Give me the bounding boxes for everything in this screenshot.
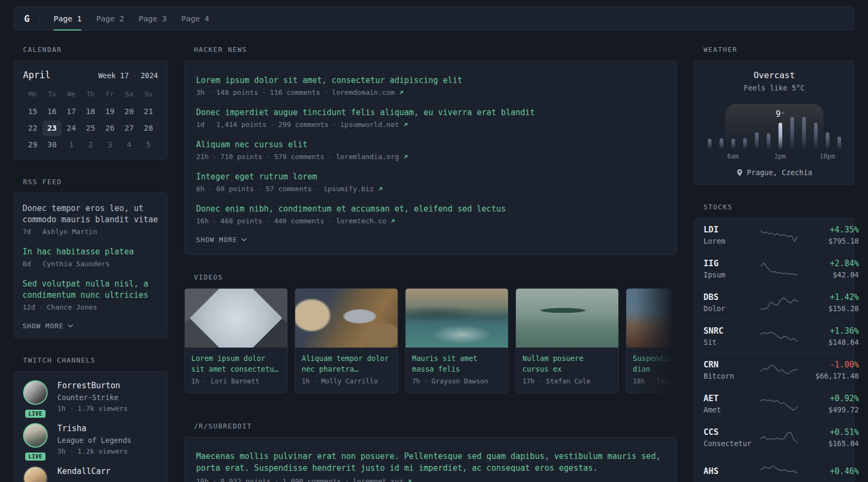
stock-change: +4.35% (799, 225, 859, 235)
weather-bar (708, 139, 712, 149)
separator-dot: · (262, 88, 266, 97)
video-title[interactable]: Aliquam tempor dolor nec pharetra… (302, 353, 391, 374)
separator-dot: · (212, 477, 216, 482)
calendar-week: Week 17 (98, 71, 129, 80)
tab-page-2[interactable]: Page 2 (96, 7, 124, 30)
stock-sparkline (759, 295, 799, 311)
video-card[interactable]: Lorem ipsum dolor sit amet consectetu…1h… (184, 288, 288, 393)
hn-show-more-button[interactable]: SHOW MORE (196, 236, 665, 244)
video-card[interactable]: Nullam posuere cursus ex17h·Stefan Cole (515, 288, 619, 393)
stock-price: $66,171.48 (799, 371, 859, 381)
video-card[interactable]: Aliquam tempor dolor nec pharetra…1h·Mol… (295, 288, 398, 393)
calendar-grid: MoTuWeThFrSaSu15161718192021222324252627… (23, 89, 158, 153)
calendar-day: 17 (62, 104, 81, 119)
calendar-day: 21 (139, 104, 158, 119)
twitch-channel-meta: 1h·1.7k viewers (57, 404, 128, 413)
meta-text: 9,932 points (220, 477, 271, 482)
hn-item-title[interactable]: Aliquam nec cursus elit (196, 139, 665, 150)
rss-item-title[interactable]: Donec tempor eros leo, ut commodo mauris… (23, 203, 159, 225)
calendar-day: 2 (81, 137, 100, 153)
stock-row[interactable]: DBSDolor+1.42%$156.28 (704, 286, 845, 320)
weather-temp-value: 9 (776, 109, 781, 119)
rss-item[interactable]: In hac habitasse platea8d·Cynthia Saunde… (23, 246, 159, 269)
rss-item[interactable]: Donec tempor eros leo, ut commodo mauris… (23, 203, 159, 237)
hn-item-title[interactable]: Donec enim nibh, condimentum et accumsan… (196, 204, 665, 215)
video-card[interactable]: Mauris sit amet massa felis7h·Grayson Da… (405, 288, 508, 393)
hackernews-section: HACKER NEWS Lorem ipsum dolor sit amet, … (184, 46, 677, 255)
rss-item[interactable]: Sed volutpat nulla nisl, a condimentum n… (23, 278, 159, 312)
weather-bar (755, 132, 759, 149)
hn-item-title[interactable]: Donec imperdiet augue tincidunt felis al… (196, 107, 665, 118)
video-title[interactable]: Lorem ipsum dolor sit amet consectetu… (191, 353, 281, 374)
meta-text: 1h (302, 376, 310, 386)
videos-carousel[interactable]: Lorem ipsum dolor sit amet consectetu…1h… (184, 288, 677, 393)
separator-dot: · (258, 184, 262, 194)
subreddit-post-title[interactable]: Maecenas mollis pulvinar erat non posuer… (196, 450, 665, 474)
stock-change: +0.92% (799, 394, 859, 404)
source-domain: loremlandia.org (336, 152, 399, 162)
weather-bar (720, 138, 723, 149)
twitch-channel[interactable]: LIVETrishaLeague of Legends3h·1.2k viewe… (23, 423, 158, 456)
separator-dot: · (203, 376, 207, 386)
stock-row[interactable]: IIGIpsum+2.84%$42.04 (704, 252, 845, 286)
stock-sparkline-wrap (759, 328, 799, 344)
chevron-down-icon (241, 238, 247, 242)
weather-temp-label: 9° (776, 109, 784, 119)
stock-change: +1.36% (799, 326, 859, 336)
rss-show-more-button[interactable]: SHOW MORE (23, 322, 159, 330)
hn-item: Donec imperdiet augue tincidunt felis al… (196, 107, 665, 130)
stock-row[interactable]: CCSConsectetur+0.51%$165.84 (704, 421, 845, 455)
stock-row[interactable]: SNRCSit+1.36%$148.64 (704, 320, 845, 353)
meta-text: 1,414 points (216, 120, 266, 130)
rss-item-title[interactable]: Sed volutpat nulla nisl, a condimentum n… (23, 278, 159, 301)
stock-row[interactable]: AHS+0.46% (704, 455, 845, 482)
weekday-label: Tu (42, 89, 62, 103)
tab-page-4[interactable]: Page 4 (181, 7, 209, 30)
calendar-year: 2024 (140, 71, 158, 80)
video-title[interactable]: Mauris sit amet massa felis (412, 353, 502, 374)
tab-page-3[interactable]: Page 3 (139, 7, 167, 30)
hn-item-title[interactable]: Lorem ipsum dolor sit amet, consectetur … (196, 75, 665, 86)
stock-row[interactable]: CRNBitcorn-1.00%$66,171.48 (704, 353, 845, 387)
hackernews-card: Lorem ipsum dolor sit amet, consectetur … (184, 61, 677, 255)
degree-symbol: ° (781, 111, 784, 118)
hn-item: Donec enim nibh, condimentum et accumsan… (196, 204, 665, 226)
twitch-channel[interactable]: KendallCarr (23, 466, 158, 482)
video-card[interactable]: Suspendissediam18h·Tara (626, 288, 677, 393)
hn-item-title[interactable]: Integer eget rutrum lorem (196, 171, 665, 183)
weather-bar (743, 138, 747, 149)
tab-page-1[interactable]: Page 1 (54, 7, 81, 30)
calendar-section-title: CALENDAR (23, 46, 168, 54)
stock-change: +2.84% (799, 259, 859, 269)
weather-bar-current (779, 123, 782, 149)
video-title[interactable]: Suspendissediam (633, 353, 677, 374)
stock-row[interactable]: AETAmet+0.92%$499.72 (704, 387, 845, 421)
video-title[interactable]: Nullam posuere cursus ex (522, 353, 612, 374)
twitch-channel-info: TrishaLeague of Legends3h·1.2k viewers (57, 423, 131, 456)
separator-dot: · (274, 477, 279, 482)
calendar-day: 25 (81, 120, 100, 136)
chevron-down-icon (68, 324, 73, 328)
calendar-day: 16 (42, 104, 62, 119)
meta-text: 3h (196, 88, 205, 97)
stock-info: LDILorem (704, 225, 759, 246)
weather-bar (767, 133, 770, 149)
stock-sparkline (759, 396, 799, 412)
calendar-day: 3 (100, 137, 119, 153)
stock-name: Lorem (704, 236, 759, 246)
stock-row[interactable]: LDILorem+4.35%$795.18 (704, 219, 845, 252)
stocks-card: LDILorem+4.35%$795.18IIGIpsum+2.84%$42.0… (694, 218, 855, 482)
twitch-channel[interactable]: LIVEForrestBurtonCounter-Strike1h·1.7k v… (23, 380, 158, 413)
calendar-day: 4 (119, 137, 139, 153)
rss-item-title[interactable]: In hac habitasse platea (23, 246, 159, 258)
separator-dot: · (132, 71, 137, 80)
video-card-body: Mauris sit amet massa felis7h·Grayson Da… (406, 348, 508, 393)
stock-price: $165.84 (799, 439, 859, 448)
calendar-day: 18 (81, 104, 100, 119)
source-domain: loremdomain.com (332, 88, 394, 97)
twitch-avatar (23, 380, 48, 405)
stock-symbol: IIG (704, 259, 759, 269)
meta-text: Ashlyn Martin (42, 227, 97, 237)
weather-section: WEATHER Overcast Feels like 5°C 9° 6am2p… (694, 46, 855, 185)
stock-sparkline-wrap (759, 464, 799, 480)
